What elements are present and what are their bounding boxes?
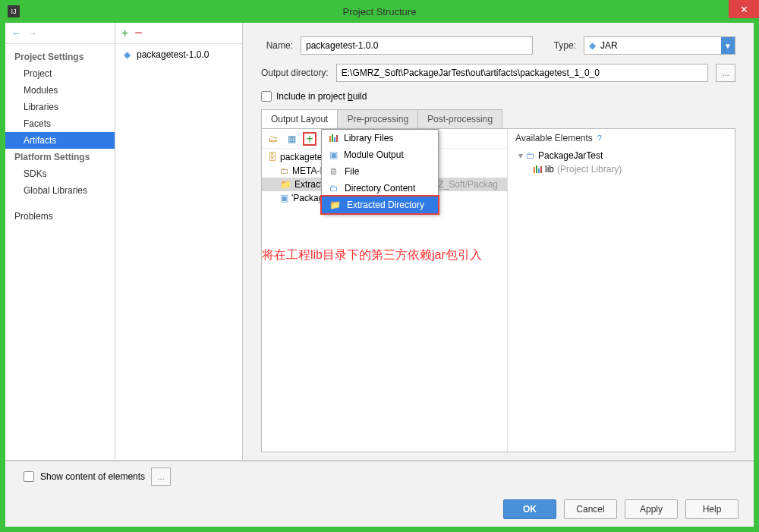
menu-file[interactable]: 🗎 File: [322, 163, 438, 180]
cancel-button[interactable]: Cancel: [564, 499, 617, 519]
window-title: Project Structure: [343, 6, 417, 17]
name-input[interactable]: [301, 36, 533, 55]
title-bar: IJ Project Structure ✕: [0, 0, 759, 23]
app-icon: IJ: [8, 5, 20, 17]
menu-module-output[interactable]: ▣ Module Output: [322, 146, 438, 163]
nav-back-icon[interactable]: ←: [11, 27, 21, 39]
include-build-label: Include in project build: [276, 91, 367, 102]
menu-extracted-directory[interactable]: 📁 Extracted Directory: [322, 197, 438, 213]
close-button[interactable]: ✕: [729, 0, 759, 18]
tab-pre-processing[interactable]: Pre-processing: [337, 109, 418, 128]
nav-problems[interactable]: Problems: [5, 208, 115, 225]
menu-directory-content[interactable]: 🗀 Directory Content: [322, 180, 438, 197]
project-icon: 🗀: [526, 150, 535, 161]
extracted-icon: 📁: [280, 179, 291, 190]
name-label: Name:: [261, 40, 293, 51]
chevron-down-icon[interactable]: ▼: [721, 37, 735, 54]
add-artifact-icon[interactable]: +: [121, 27, 128, 40]
ok-button[interactable]: OK: [503, 499, 556, 519]
available-header-label: Available Elements: [515, 133, 593, 143]
type-label: Type:: [554, 40, 576, 51]
menu-library-files[interactable]: Library Files: [322, 130, 438, 146]
jar-icon: ◆: [121, 49, 132, 60]
jar-icon: ◆: [589, 40, 596, 51]
remove-artifact-icon[interactable]: −: [134, 25, 143, 41]
file-icon: 🗎: [329, 166, 339, 177]
nav-project[interactable]: Project: [5, 65, 115, 82]
outdir-input[interactable]: [336, 64, 708, 82]
tab-post-processing[interactable]: Post-processing: [417, 109, 502, 128]
add-context-menu: Library Files ▣ Module Output 🗎 File: [321, 129, 439, 214]
artifact-name: packagetest-1.0.0: [137, 49, 209, 60]
library-icon: [329, 134, 338, 142]
nav-modules[interactable]: Modules: [5, 82, 115, 99]
artifact-detail-panel: Name: Type: ◆ JAR ▼ Output directory: … …: [243, 23, 754, 460]
help-icon[interactable]: ?: [597, 134, 602, 143]
nav-forward-icon: →: [27, 27, 37, 39]
annotation-text: 将在工程lib目录下的第三方依赖jar包引入: [262, 247, 482, 263]
include-build-checkbox[interactable]: [261, 91, 272, 102]
nav-sdks[interactable]: SDKs: [5, 165, 115, 182]
show-content-options-button[interactable]: …: [151, 467, 171, 486]
compile-icon: ▣: [280, 193, 288, 203]
artifact-item[interactable]: ◆ packagetest-1.0.0: [115, 47, 242, 62]
browse-button[interactable]: …: [716, 64, 735, 82]
platform-settings-header: Platform Settings: [5, 149, 115, 165]
module-icon: ▣: [329, 150, 338, 160]
help-button[interactable]: Help: [685, 499, 739, 519]
nav-global-libraries[interactable]: Global Libraries: [5, 182, 115, 199]
show-content-label: Show content of elements: [40, 471, 145, 482]
project-settings-header: Project Settings: [5, 49, 115, 65]
outdir-label: Output directory:: [261, 68, 329, 78]
apply-button[interactable]: Apply: [625, 499, 678, 519]
show-content-checkbox[interactable]: [24, 471, 34, 482]
new-folder-icon[interactable]: 🗂: [266, 132, 280, 146]
type-value: JAR: [600, 40, 618, 51]
extracted-dir-icon: 📁: [329, 200, 341, 210]
nav-artifacts[interactable]: Artifacts: [5, 132, 115, 149]
output-layout-panel: 🗂 ▦ + Library Files ▣ Module Output: [262, 129, 507, 452]
artifact-list-panel: + − ◆ packagetest-1.0.0: [115, 23, 243, 460]
new-archive-icon[interactable]: ▦: [285, 132, 298, 146]
tab-output-layout[interactable]: Output Layout: [261, 109, 338, 128]
available-lib-node[interactable]: lib (Project Library): [512, 162, 730, 176]
folder-icon: 🗀: [329, 183, 339, 194]
available-elements-panel: Available Elements ? ▾ 🗀 PackageJarTest …: [507, 129, 735, 452]
left-nav-panel: ← → Project Settings Project Modules Lib…: [5, 23, 115, 460]
chevron-down-icon: ▾: [518, 150, 523, 161]
type-select[interactable]: ◆ JAR ▼: [584, 36, 735, 55]
nav-libraries[interactable]: Libraries: [5, 99, 115, 115]
available-project-node[interactable]: ▾ 🗀 PackageJarTest: [512, 149, 730, 162]
folder-icon: 🗀: [280, 165, 289, 176]
library-icon: [534, 165, 542, 173]
nav-facets[interactable]: Facets: [5, 115, 115, 132]
add-copy-icon[interactable]: +: [303, 132, 317, 146]
archive-icon: 🗄: [268, 152, 277, 162]
